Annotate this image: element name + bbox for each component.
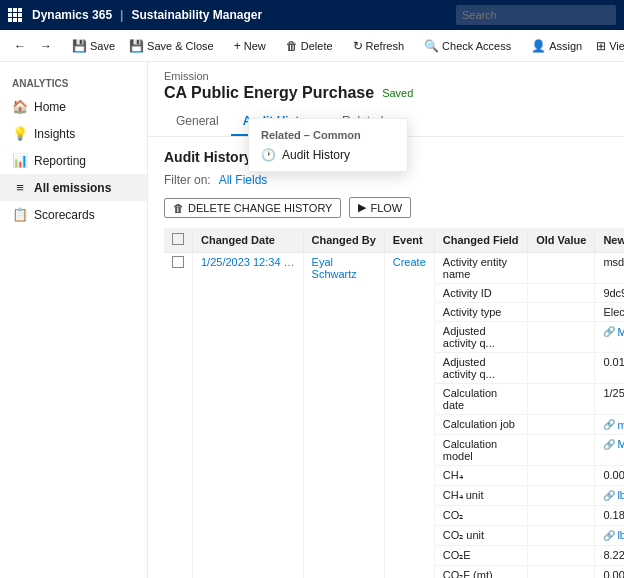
sidebar-item-insights-label: Insights bbox=[34, 127, 75, 141]
save-icon: 💾 bbox=[72, 39, 87, 53]
link-icon: 🔗 bbox=[603, 439, 615, 450]
flow-action-icon: ▶ bbox=[358, 201, 366, 214]
dropdown-item-audit-history[interactable]: 🕐 Audit History bbox=[249, 143, 407, 167]
assign-button[interactable]: 👤 Assign bbox=[525, 37, 588, 55]
col-event: Event bbox=[384, 228, 434, 253]
record-link[interactable]: 🔗lb bbox=[603, 489, 624, 501]
select-all-checkbox[interactable] bbox=[172, 233, 184, 245]
link-text: lb bbox=[617, 489, 624, 501]
command-bar: ← → 💾 Save 💾 Save & Close + New 🗑 Delete… bbox=[0, 30, 624, 62]
save-close-button[interactable]: 💾 Save & Close bbox=[123, 37, 220, 55]
sidebar-item-home-label: Home bbox=[34, 100, 66, 114]
delete-change-history-button[interactable]: 🗑 DELETE CHANGE HISTORY bbox=[164, 198, 341, 218]
old-value-cell bbox=[528, 253, 595, 284]
delete-icon: 🗑 bbox=[286, 39, 298, 53]
old-value-cell bbox=[528, 545, 595, 565]
changed-field-cell: CO₂ bbox=[434, 505, 527, 525]
delete-button[interactable]: 🗑 Delete bbox=[280, 37, 339, 55]
changed-field-cell: Calculation job bbox=[434, 415, 527, 435]
sidebar-item-all-emissions[interactable]: ≡ All emissions bbox=[0, 174, 147, 201]
sidebar-item-insights[interactable]: 💡 Insights bbox=[0, 120, 147, 147]
record-link[interactable]: 🔗M bbox=[603, 438, 624, 450]
link-icon: 🔗 bbox=[603, 490, 615, 501]
scorecards-icon: 📋 bbox=[12, 207, 28, 222]
new-value-cell: 0.0037312631 bbox=[595, 565, 624, 578]
new-value-cell: Electricity bbox=[595, 303, 624, 322]
page-title-row: CA Public Energy Purchase Saved bbox=[164, 84, 608, 102]
save-button[interactable]: 💾 Save bbox=[66, 37, 121, 55]
col-changed-date: Changed Date bbox=[193, 228, 304, 253]
sidebar-item-reporting-label: Reporting bbox=[34, 154, 86, 168]
new-value-cell: 0.0006500000 bbox=[595, 465, 624, 485]
forward-button[interactable]: → bbox=[34, 37, 58, 55]
changed-field-cell: Activity ID bbox=[434, 284, 527, 303]
col-checkbox bbox=[164, 228, 193, 253]
record-link[interactable]: 🔗m16174678862358 bbox=[603, 419, 624, 431]
breadcrumb: Emission bbox=[164, 70, 608, 82]
link-text: lb bbox=[617, 529, 624, 541]
content-body: Audit History Filter on: All Fields 🗑 DE… bbox=[148, 137, 624, 578]
col-changed-by: Changed By bbox=[303, 228, 384, 253]
new-value-cell: 1/25/2023 bbox=[595, 384, 624, 415]
back-button[interactable]: ← bbox=[8, 37, 32, 55]
insights-icon: 💡 bbox=[12, 126, 28, 141]
sidebar-item-scorecards-label: Scorecards bbox=[34, 208, 95, 222]
new-value-cell: 0.010000000 bbox=[595, 353, 624, 384]
old-value-cell bbox=[528, 415, 595, 435]
sidebar: Analytics 🏠 Home 💡 Insights 📊 Reporting … bbox=[0, 62, 148, 578]
module-name: Sustainability Manager bbox=[131, 8, 262, 22]
changed-field-cell: CO₂E bbox=[434, 545, 527, 565]
home-icon: 🏠 bbox=[12, 99, 28, 114]
all-emissions-icon: ≡ bbox=[12, 180, 28, 195]
old-value-cell bbox=[528, 505, 595, 525]
save-close-icon: 💾 bbox=[129, 39, 144, 53]
refresh-icon: ↻ bbox=[353, 39, 363, 53]
link-icon: 🔗 bbox=[603, 326, 615, 337]
sidebar-item-home[interactable]: 🏠 Home bbox=[0, 93, 147, 120]
changed-date-cell: 1/25/2023 12:34 … bbox=[193, 253, 304, 579]
forward-icon: → bbox=[40, 39, 52, 53]
sidebar-item-reporting[interactable]: 📊 Reporting bbox=[0, 147, 147, 174]
waffle-icon[interactable] bbox=[8, 8, 22, 22]
link-text: MWh bbox=[617, 326, 624, 338]
changed-field-cell: Adjusted activity q... bbox=[434, 353, 527, 384]
new-button[interactable]: + New bbox=[228, 37, 272, 55]
new-value-cell: 0.1830000000 bbox=[595, 505, 624, 525]
filter-value[interactable]: All Fields bbox=[219, 173, 268, 187]
new-value-cell: 🔗lb bbox=[595, 485, 624, 505]
event-link[interactable]: Create bbox=[393, 256, 426, 268]
old-value-cell bbox=[528, 525, 595, 545]
col-new-value: New Value bbox=[595, 228, 624, 253]
tab-general[interactable]: General bbox=[164, 108, 231, 136]
col-changed-field: Changed Field bbox=[434, 228, 527, 253]
flow-action-button[interactable]: ▶ FLOW bbox=[349, 197, 411, 218]
global-search[interactable] bbox=[456, 5, 616, 25]
record-link[interactable]: 🔗lb bbox=[603, 529, 624, 541]
app-logo: Dynamics 365 | Sustainability Manager bbox=[32, 8, 262, 22]
record-link[interactable]: 🔗MWh bbox=[603, 326, 624, 338]
back-icon: ← bbox=[14, 39, 26, 53]
main-layout: Analytics 🏠 Home 💡 Insights 📊 Reporting … bbox=[0, 62, 624, 578]
refresh-button[interactable]: ↻ Refresh bbox=[347, 37, 411, 55]
changed-field-cell: CO₂ unit bbox=[434, 525, 527, 545]
check-access-button[interactable]: 🔍 Check Access bbox=[418, 37, 517, 55]
event-cell: Create bbox=[384, 253, 434, 579]
old-value-cell bbox=[528, 465, 595, 485]
link-icon: 🔗 bbox=[603, 419, 615, 430]
changed-field-cell: Calculation model bbox=[434, 434, 527, 465]
changed-by-link[interactable]: Eyal Schwartz bbox=[312, 256, 357, 280]
changed-field-cell: CH₄ unit bbox=[434, 485, 527, 505]
changed-date-link[interactable]: 1/25/2023 12:34 … bbox=[201, 256, 295, 268]
new-value-cell: 🔗M bbox=[595, 434, 624, 465]
table-row: 1/25/2023 12:34 …Eyal SchwartzCreateActi… bbox=[164, 253, 624, 284]
sidebar-item-scorecards[interactable]: 📋 Scorecards bbox=[0, 201, 147, 228]
new-value-cell: 🔗MWh bbox=[595, 322, 624, 353]
action-row: 🗑 DELETE CHANGE HISTORY ▶ FLOW bbox=[164, 197, 608, 218]
row-checkbox[interactable] bbox=[172, 256, 184, 268]
check-access-icon: 🔍 bbox=[424, 39, 439, 53]
old-value-cell bbox=[528, 303, 595, 322]
audit-table: Changed Date Changed By Event Changed Fi… bbox=[164, 228, 624, 578]
view-hierarchy-button[interactable]: ⊞ View Hierarchy bbox=[590, 37, 624, 55]
delete-history-label: DELETE CHANGE HISTORY bbox=[188, 202, 332, 214]
new-value-cell: 🔗lb bbox=[595, 525, 624, 545]
